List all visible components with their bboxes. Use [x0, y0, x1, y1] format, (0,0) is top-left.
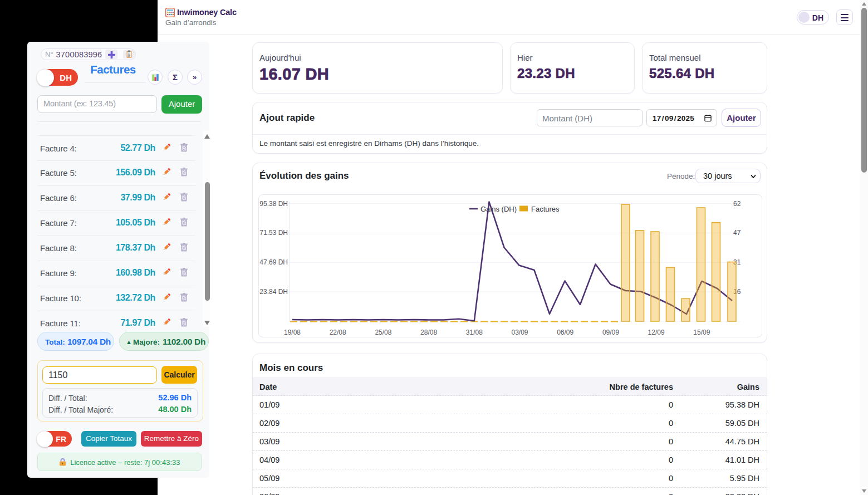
svg-text:06/09: 06/09 [557, 329, 573, 336]
svg-text:47.69 DH: 47.69 DH [259, 258, 288, 266]
svg-text:Factures: Factures [531, 205, 560, 213]
svg-text:25/08: 25/08 [375, 329, 391, 336]
svg-text:03/09: 03/09 [511, 329, 528, 336]
svg-text:28/08: 28/08 [420, 329, 437, 336]
svg-text:19/08: 19/08 [284, 329, 301, 336]
svg-text:09/09: 09/09 [602, 329, 619, 336]
svg-text:23.84 DH: 23.84 DH [259, 288, 288, 296]
svg-text:15/09: 15/09 [693, 329, 710, 336]
svg-text:12/09: 12/09 [648, 329, 665, 336]
svg-text:71.53 DH: 71.53 DH [259, 229, 288, 237]
svg-text:95.38 DH: 95.38 DH [259, 200, 288, 208]
svg-text:Gains (DH): Gains (DH) [480, 205, 517, 213]
svg-text:47: 47 [733, 229, 741, 237]
svg-text:62: 62 [733, 200, 741, 208]
svg-text:22/08: 22/08 [330, 329, 346, 336]
svg-text:31/08: 31/08 [466, 329, 483, 336]
